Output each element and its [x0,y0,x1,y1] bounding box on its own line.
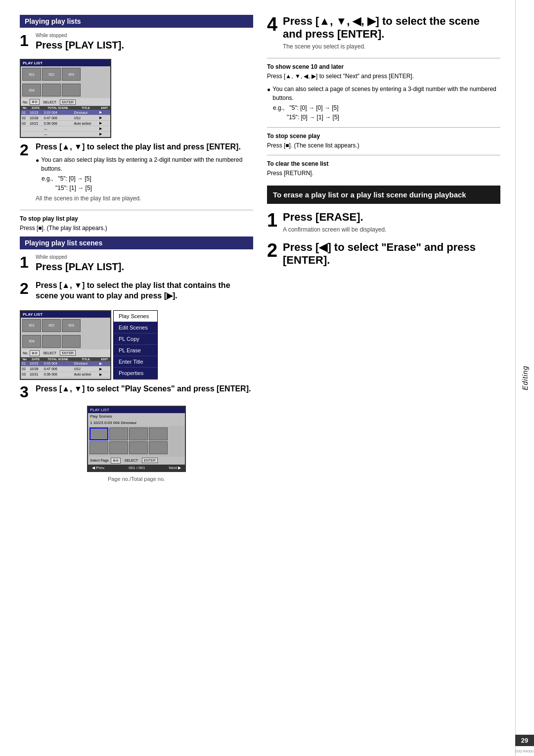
pl-thumb-row: 001 002 003 [21,66,110,82]
ps-sub-header: Play Scenes [90,414,112,419]
context-menu-enter-title[interactable]: Enter Title [114,356,157,368]
sidebar-label: Editing [521,366,529,390]
table-row: ---▶ [21,126,110,132]
context-menu-edit-scenes[interactable]: Edit Scenes [114,322,157,333]
erase-step-1-note: A confirmation screen will be displayed. [283,226,500,233]
stop-play-list-text: Press [■]. (The play list appears.) [20,224,253,233]
table-row: 0310/210:36 006Auto action▶ [21,121,110,126]
step-2-scenes: 2 Press [▲, ▼] to select the play list t… [20,281,253,304]
ps-thumb-002 [109,427,128,440]
table-row: 0210/280:47 006USJ▶ [21,366,110,372]
stop-scene-text: Press [■]. (The scene list appears.) [267,141,500,150]
ps-controls: Select Page ⊕⊖ SELECT ENTER [88,457,185,465]
pl-enter-ctrl: ENTER [60,99,76,105]
ps-thumb-row-2 [89,441,183,454]
pl-col-edit: EDIT [98,106,110,110]
step-4-title: Press [▲, ▼, ◀, ▶] to select the scene a… [283,15,500,41]
pl-col-no: No [21,106,29,110]
table-row: 0310/210:36 006Auto action▶ [21,372,110,377]
pl-table: No DATE TOTAL SCENE TITLE EDIT 0110/230:… [21,106,110,137]
ps-header: PLAY LIST [88,407,185,413]
table-row: 0210/280:47 006USJ▶ [21,115,110,121]
right-sidebar: Editing 29 DVD-R4000 [515,0,534,756]
step-4-content: Press [▲, ▼, ◀, ▶] to select the scene a… [283,15,500,52]
ps-thumb-004 [149,427,168,440]
pl-thumb-002: 002 [42,68,61,81]
context-menu-play-scenes[interactable]: Play Scenes [114,311,157,322]
pl-select-ctrl: ⊕⊖ [30,99,40,105]
ps-thumb-007 [129,441,148,454]
erase-step-1-content: Press [ERASE]. A confirmation screen wil… [283,211,500,235]
ps-page: 001 / 001 [129,466,145,470]
pl2-thumb-002: 002 [42,319,61,332]
step-2-content: Press [▲, ▼] to select the play list and… [36,142,253,204]
pl-thumb-row-2: 004 [21,82,110,98]
erase-section-header: To erase a play list or a play list scen… [267,186,500,204]
ps-select-label2: SELECT [125,459,138,462]
pl2-thumb-empty-1 [42,335,61,348]
pl2-col-no: No [21,357,29,361]
step-number-1s: 1 [20,254,31,270]
pl-thumb-001: 001 [22,68,41,81]
pl2-thumb-empty-2 [62,335,81,348]
show-scene-bullet: ● You can also select a page of scenes b… [267,85,500,102]
pl2-thumb-004: 004 [22,335,41,348]
pl2-select-ctrl: ⊕⊖ [30,350,40,356]
section-header-playing-playlists: Playing play lists [20,15,253,28]
pl2-thumb-003: 003 [62,319,81,332]
ps-select-page-label: Select Page [90,459,109,462]
table-row: 0110/230:03 004Dinosaur▶ [21,361,110,367]
divider-right-1 [267,58,500,58]
context-menu-pl-copy[interactable]: PL Copy [114,333,157,345]
pl-thumb-003: 003 [62,68,81,81]
step-number-2: 2 [20,142,31,158]
show-scene-text: Press [▲, ▼, ◀, ▶] to select "Next" and … [267,72,500,81]
screen-mockup-1: PLAY LIST 001 002 003 004 [20,59,253,138]
erase-step-number-1: 1 [267,211,278,230]
erase-step-1-title: Press [ERASE]. [283,211,500,224]
pl2-col-total: TOTAL SCENE [43,357,73,361]
pl-screen-header: PLAY LIST [21,60,110,66]
step-number-3s: 3 [20,384,31,400]
page-caption: Page no./Total page no. [20,476,253,482]
table-row: 0110/230:03 004Dinosaur▶ [21,110,110,115]
pl-controls: No. ⊕⊖ SELECT ENTER [21,98,110,106]
pl2-col-edit: EDIT [98,357,110,361]
step-1-playlist: 1 While stopped Press [PLAY LIST]. [20,33,253,53]
pl-thumb-empty-1 [42,84,61,96]
context-menu-properties[interactable]: Properties [114,368,157,379]
page-model: DVD-R4000 [515,750,534,753]
context-menu-pl-erase[interactable]: PL Erase [114,345,157,356]
playlist-screen-2: PLAY LIST 001 002 003 004 [20,310,111,380]
stop-play-list-title: To stop play list play [20,215,253,222]
pl2-no-label: No. [23,351,28,355]
erase-step-2-content: Press [◀] to select "Erase" and press [E… [283,241,500,269]
divider-1 [20,210,253,210]
stop-scene-section: To stop scene play Press [■]. (The scene… [267,133,500,150]
playlist-screen-1: PLAY LIST 001 002 003 004 [20,59,111,138]
clear-scene-title: To clear the scene list [267,160,500,167]
step-2-eg: e.g., "5": [0] → [5] "15": [1] → [5] [42,174,253,193]
pl2-table: No DATE TOTAL SCENE TITLE EDIT 0110/230:… [21,357,110,379]
clear-scene-text: Press [RETURN]. [267,169,500,178]
ps-thumb-001 [89,427,108,440]
pl-col-total: TOTAL SCENE [43,106,73,110]
pl-select-label: SELECT [43,100,56,104]
ps-thumb-008 [149,441,168,454]
section-header-playing-pl-scenes: Playing play list scenes [20,236,253,249]
stop-play-list-section: To stop play list play Press [■]. (The p… [20,215,253,233]
bullet-dot: ● [36,156,39,165]
ps-nav-bar: ◀ Prev. 001 / 001 Next ▶ [88,465,185,471]
show-scene-eg: e.g., "5": [0] → [0] → [5] "15": [0] → [… [273,103,500,122]
step-3-scenes: 3 Press [▲, ▼] to select "Play Scenes" a… [20,384,253,400]
clear-scene-section: To clear the scene list Press [RETURN]. [267,160,500,178]
pl2-thumb-row-2: 004 [21,333,110,349]
step-2-all-scenes: All the scenes in the play list are play… [36,195,253,202]
ps-prev: ◀ Prev. [92,466,105,470]
page-number: 29 [515,735,534,746]
step-1s-title: Press [PLAY LIST]. [36,261,253,273]
step-1-content: While stopped Press [PLAY LIST]. [36,33,253,53]
pl2-col-title: TITLE [73,357,98,361]
pl-screen-2-header: PLAY LIST [21,311,110,318]
pl2-thumb-row-1: 001 002 003 [21,318,110,333]
